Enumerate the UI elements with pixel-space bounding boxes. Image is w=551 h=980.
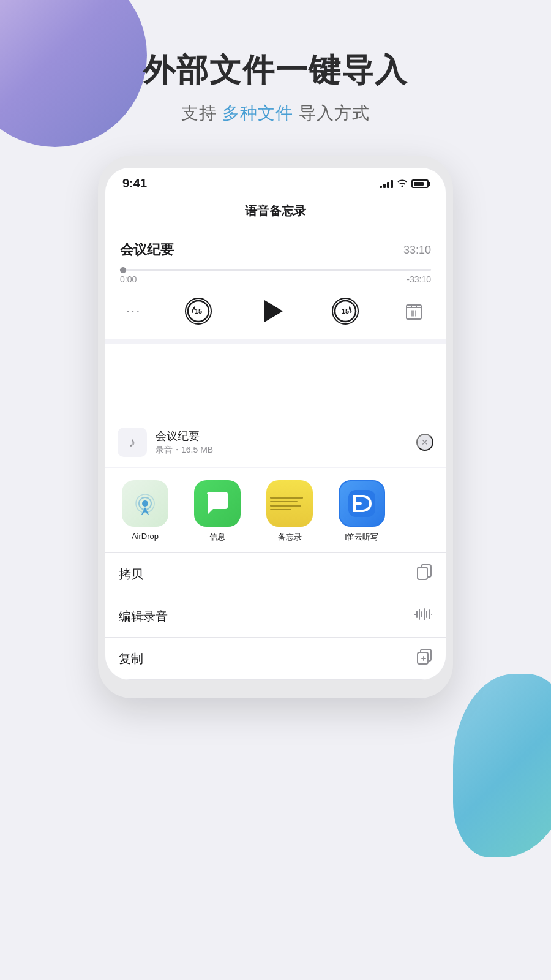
app-header: 语音备忘录 (105, 195, 446, 228)
action-duplicate[interactable]: 复制 (105, 638, 446, 680)
close-share-button[interactable]: ✕ (416, 434, 433, 451)
progress-track[interactable] (120, 269, 431, 271)
app-title: 语音备忘录 (118, 203, 433, 219)
copy-icon (416, 564, 432, 584)
playback-controls: ··· 15 (120, 289, 431, 327)
app-item-main[interactable]: i笛云听写 (328, 480, 395, 543)
skip-forward-button[interactable]: 15 (332, 298, 359, 325)
progress-container[interactable]: 0:00 -33:10 (120, 269, 431, 284)
action-edit-audio[interactable]: 编辑录音 (105, 595, 446, 638)
share-sheet: ♪ 会议纪要 录音・16.5 MB ✕ (105, 418, 446, 680)
app-item-airdrop[interactable]: AirDrop (111, 480, 179, 543)
file-name: 会议纪要 (156, 429, 416, 443)
notes-icon (266, 480, 313, 527)
file-size-label: 录音・16.5 MB (156, 445, 416, 456)
subtitle-highlight: 多种文件 (222, 104, 293, 123)
music-note-icon: ♪ (129, 434, 136, 450)
recording-header: 会议纪要 33:10 (120, 241, 431, 259)
messages-label: 信息 (209, 532, 225, 543)
recording-section: 会议纪要 33:10 0:00 -33:10 ··· (105, 228, 446, 339)
status-time: 9:41 (122, 176, 147, 190)
skip-forward-icon: 15 (332, 298, 359, 325)
app-item-notes[interactable]: 备忘录 (256, 480, 323, 543)
airdrop-icon (122, 480, 168, 527)
main-app-icon (339, 480, 385, 527)
phone-mockup: 9:41 语音备 (98, 156, 453, 698)
status-icons (380, 178, 429, 189)
apps-row: AirDrop 信息 (105, 468, 446, 553)
waveform-icon (414, 606, 432, 626)
edit-audio-label: 编辑录音 (119, 608, 168, 625)
header-section: 外部文件一键导入 支持 多种文件 导入方式 (0, 0, 551, 149)
skip-back-icon: 15 (185, 298, 212, 325)
more-options-button[interactable]: ··· (126, 303, 141, 319)
skip-back-button[interactable]: 15 (185, 298, 212, 325)
file-meta: 会议纪要 录音・16.5 MB (156, 429, 416, 456)
main-headline: 外部文件一键导入 (24, 49, 527, 92)
remaining-time: -33:10 (407, 274, 431, 284)
phone-screen: 9:41 语音备 (105, 168, 446, 680)
app-item-messages[interactable]: 信息 (184, 480, 251, 543)
svg-text:15: 15 (342, 307, 349, 315)
play-button[interactable] (256, 295, 288, 327)
copy-label: 拷贝 (119, 566, 143, 582)
wifi-icon (397, 178, 408, 189)
main-app-label: i笛云听写 (345, 532, 379, 543)
phone-container: 9:41 语音备 (0, 156, 551, 698)
battery-icon (411, 179, 429, 188)
bg-decoration-bottom-right (453, 674, 551, 858)
recording-title: 会议纪要 (120, 241, 174, 259)
action-copy[interactable]: 拷贝 (105, 553, 446, 595)
progress-times: 0:00 -33:10 (120, 274, 431, 284)
signal-icon (380, 179, 393, 188)
duplicate-label: 复制 (119, 650, 143, 667)
notes-label: 备忘录 (278, 532, 302, 543)
more-dots-icon: ··· (126, 303, 141, 319)
empty-area (105, 344, 446, 418)
play-icon (264, 300, 283, 322)
status-bar: 9:41 (105, 168, 446, 195)
subtitle-after: 导入方式 (293, 104, 370, 123)
recording-total-duration: 33:10 (403, 244, 431, 257)
subtitle-before: 支持 (181, 104, 222, 123)
current-time: 0:00 (120, 274, 137, 284)
svg-point-7 (142, 500, 148, 507)
duplicate-icon (416, 649, 432, 668)
svg-text:15: 15 (195, 307, 202, 315)
airdrop-label: AirDrop (132, 532, 159, 541)
delete-button[interactable] (403, 298, 425, 324)
file-icon-wrap: ♪ (118, 428, 147, 457)
sub-headline: 支持 多种文件 导入方式 (24, 102, 527, 125)
svg-rect-12 (418, 567, 427, 579)
trash-icon (406, 302, 422, 320)
progress-thumb (120, 267, 126, 273)
messages-icon (194, 480, 241, 527)
file-info-row: ♪ 会议纪要 录音・16.5 MB ✕ (105, 418, 446, 467)
